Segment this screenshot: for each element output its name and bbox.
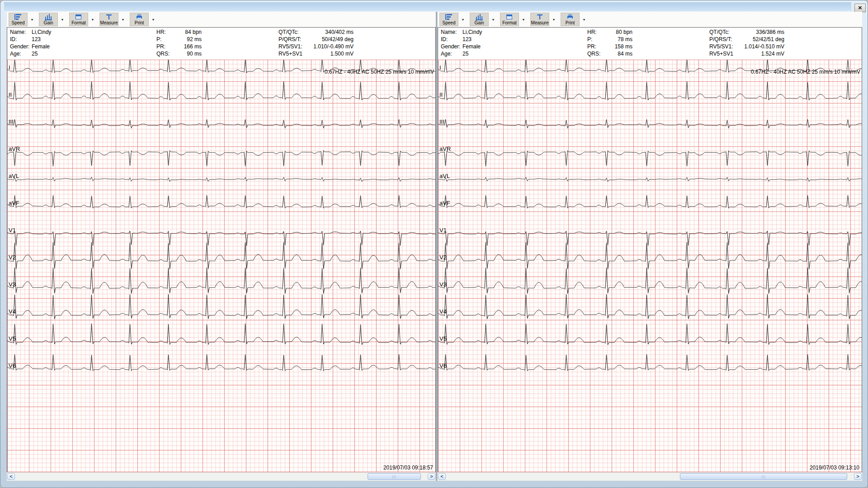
format-dropdown-arrow[interactable]: ▼ bbox=[519, 13, 528, 26]
lead-label-V6: V6 bbox=[439, 362, 447, 369]
info-row: QT/QTc:340/402 ms bbox=[278, 29, 354, 36]
print-button[interactable]: Print bbox=[561, 13, 580, 26]
info-label: ID: bbox=[441, 36, 462, 43]
lead-label-aVL: aVL bbox=[439, 173, 450, 179]
gain-button[interactable]: Gain bbox=[470, 13, 489, 26]
scroll-left-button[interactable]: < bbox=[7, 473, 15, 480]
info-label: QRS: bbox=[587, 51, 604, 58]
toolbar-button-label: Format bbox=[502, 20, 517, 25]
lead-label-aVF: aVF bbox=[9, 200, 19, 206]
measure-dropdown-arrow[interactable]: ▼ bbox=[550, 13, 558, 26]
info-row: P:78 ms bbox=[587, 36, 632, 43]
info-row: RV5+SV11.500 mV bbox=[278, 51, 354, 58]
info-label: RV5+SV1 bbox=[709, 51, 738, 58]
info-value: 123 bbox=[462, 36, 472, 43]
vitals-column: HR:80 bpnP:78 msPR:158 msQRS:84 ms bbox=[587, 29, 632, 58]
gain-button[interactable]: Gain bbox=[39, 13, 58, 26]
info-label: PR: bbox=[587, 43, 604, 51]
ecg-waveform-canvas bbox=[438, 60, 862, 472]
info-label: Gender: bbox=[441, 43, 462, 51]
scroll-left-button[interactable]: < bbox=[438, 473, 446, 480]
info-label: P: bbox=[587, 36, 604, 43]
info-value: Female bbox=[32, 43, 50, 51]
lead-label-II: II bbox=[9, 91, 12, 98]
info-label: PR: bbox=[156, 43, 174, 51]
print-button[interactable]: Print bbox=[130, 13, 149, 26]
lead-label-III: III bbox=[439, 118, 444, 125]
info-row: RV5/SV1:1.010/-0.490 mV bbox=[278, 43, 354, 51]
format-button[interactable]: Format bbox=[500, 13, 519, 26]
scroll-right-button[interactable]: > bbox=[854, 473, 862, 480]
toolbar-button-label: Gain bbox=[474, 20, 484, 25]
speed-dropdown-arrow[interactable]: ▼ bbox=[28, 13, 36, 26]
intervals-column: QT/QTc:336/386 msP/QRS/T:52/42/51 degRV5… bbox=[709, 29, 784, 58]
titlebar bbox=[4, 2, 851, 11]
measure-icon bbox=[105, 14, 113, 20]
info-value: 336/386 ms bbox=[738, 29, 784, 36]
scroll-thumb[interactable] bbox=[368, 473, 421, 480]
scroll-thumb[interactable] bbox=[680, 473, 847, 480]
lead-label-V3: V3 bbox=[439, 281, 447, 288]
speed-icon bbox=[14, 14, 22, 20]
toolbar-button-label: Measure bbox=[100, 20, 118, 25]
horizontal-scrollbar[interactable]: < > bbox=[7, 472, 436, 481]
info-label: ID: bbox=[10, 36, 32, 43]
scroll-right-button[interactable]: > bbox=[428, 473, 435, 480]
lead-label-V2: V2 bbox=[439, 254, 447, 261]
format-dropdown-arrow[interactable]: ▼ bbox=[89, 13, 97, 26]
info-row: QRS:90 ms bbox=[156, 51, 202, 58]
info-row: Name:Li,Cindy bbox=[441, 29, 482, 36]
horizontal-scrollbar[interactable]: < > bbox=[438, 472, 862, 481]
info-value: 52/42/51 deg bbox=[738, 36, 784, 43]
info-value: 340/402 ms bbox=[307, 29, 354, 36]
toolbar-button-label: Measure bbox=[531, 20, 549, 25]
info-label: P: bbox=[156, 36, 174, 43]
speed-icon bbox=[445, 14, 453, 20]
info-value: 1.010/-0.490 mV bbox=[307, 43, 354, 51]
patient-info-header: Name:Li,CindyID:123Gender:FemaleAge:25 H… bbox=[438, 28, 862, 60]
close-button[interactable]: × bbox=[854, 4, 866, 12]
print-icon bbox=[135, 14, 143, 20]
gain-icon bbox=[475, 14, 483, 20]
lead-label-V1: V1 bbox=[9, 227, 16, 234]
info-label: QRS: bbox=[156, 51, 174, 58]
toolbar-left: Speed▼Gain▼Format▼Measure▼Print▼ bbox=[7, 12, 436, 27]
measure-button[interactable]: Measure bbox=[99, 13, 118, 26]
info-label: Gender: bbox=[10, 43, 32, 51]
info-value: 84 bpn bbox=[174, 29, 202, 36]
info-label: QT/QTc: bbox=[709, 29, 738, 36]
speed-button[interactable]: Speed bbox=[9, 13, 28, 26]
toolbar-right: Speed▼Gain▼Format▼Measure▼Print▼ bbox=[438, 12, 862, 27]
format-icon bbox=[505, 14, 514, 20]
info-row: QRS:84 ms bbox=[587, 51, 632, 58]
info-value: Female bbox=[462, 43, 481, 51]
toolbar-button-label: Speed bbox=[443, 20, 456, 25]
lead-label-aVL: aVL bbox=[9, 173, 19, 179]
info-value: 1.500 mV bbox=[307, 51, 354, 58]
info-label: RV5/SV1: bbox=[278, 43, 307, 51]
info-row: Age:25 bbox=[441, 51, 482, 58]
info-label: P/QRS/T: bbox=[278, 36, 307, 43]
format-button[interactable]: Format bbox=[69, 13, 88, 26]
info-row: HR:80 bpn bbox=[587, 29, 632, 36]
toolbar-button-label: Format bbox=[71, 20, 86, 25]
ecg-viewer-window: × Speed▼Gain▼Format▼Measure▼Print▼ Name:… bbox=[0, 0, 868, 488]
info-row: ID:123 bbox=[441, 36, 482, 43]
info-row: RV5/SV1:1.014/-0.510 mV bbox=[709, 43, 784, 51]
info-row: ID:123 bbox=[10, 36, 51, 43]
panel-body: Name:Li,CindyID:123Gender:FemaleAge:25 H… bbox=[438, 27, 862, 473]
gain-dropdown-arrow[interactable]: ▼ bbox=[489, 13, 497, 26]
info-row: PR:166 ms bbox=[156, 43, 202, 51]
measure-dropdown-arrow[interactable]: ▼ bbox=[119, 13, 127, 26]
toolbar-button-label: Speed bbox=[12, 20, 25, 25]
info-value: 158 ms bbox=[604, 43, 632, 51]
info-value: 25 bbox=[32, 51, 38, 58]
gain-dropdown-arrow[interactable]: ▼ bbox=[58, 13, 66, 26]
speed-dropdown-arrow[interactable]: ▼ bbox=[459, 13, 467, 26]
info-label: Age: bbox=[10, 51, 32, 58]
speed-button[interactable]: Speed bbox=[439, 13, 458, 26]
measure-button[interactable]: Measure bbox=[530, 13, 549, 26]
print-dropdown-arrow[interactable]: ▼ bbox=[580, 13, 588, 26]
print-dropdown-arrow[interactable]: ▼ bbox=[149, 13, 157, 26]
info-row: PR:158 ms bbox=[587, 43, 632, 51]
